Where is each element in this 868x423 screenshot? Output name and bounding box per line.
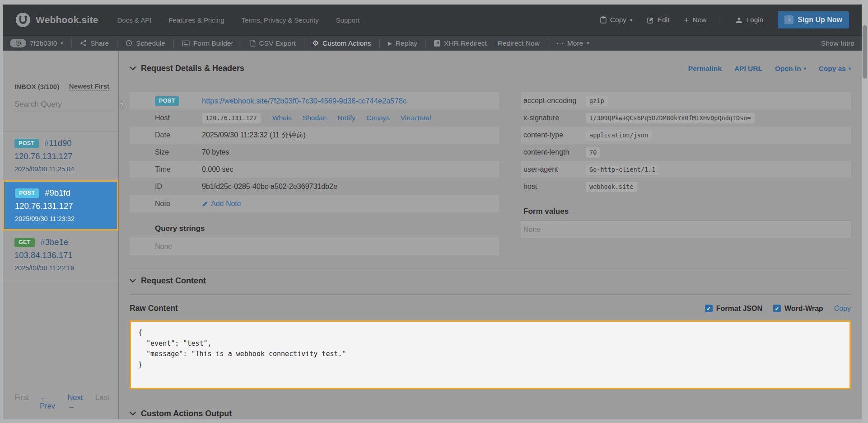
id-label: ID bbox=[155, 183, 202, 191]
nav-docs-api[interactable]: Docs & API bbox=[117, 16, 152, 24]
login-button[interactable]: Login bbox=[736, 16, 763, 24]
whois-link[interactable]: Whois bbox=[272, 114, 292, 122]
header-name: x-signature bbox=[523, 114, 581, 122]
permalink-link[interactable]: Permalink bbox=[688, 65, 722, 73]
request-ip: 120.76.131.127 bbox=[14, 151, 110, 161]
form-builder-icon bbox=[182, 40, 190, 47]
sort-order-toggle[interactable]: Newest First bbox=[69, 82, 109, 91]
copy-dropdown[interactable]: Copy ▾ bbox=[600, 16, 633, 24]
request-headers-table: accept-encoding gzip x-signature I/309QP… bbox=[521, 92, 851, 268]
share-button[interactable]: Share bbox=[80, 39, 109, 47]
navbar-actions: Copy ▾ Edit + New Login ↑ Sign Up Now bbox=[600, 11, 849, 28]
pagination-last[interactable]: Last bbox=[95, 393, 109, 410]
pagination-next[interactable]: Next → bbox=[67, 393, 84, 410]
replay-button[interactable]: ▶ Replay bbox=[388, 39, 417, 47]
pagination-first[interactable]: First bbox=[14, 393, 29, 410]
format-json-checkbox[interactable]: ✓ Format JSON bbox=[705, 305, 762, 313]
virustotal-link[interactable]: VirusTotal bbox=[401, 114, 431, 122]
clipboard-icon bbox=[600, 16, 607, 24]
nav-features-pricing[interactable]: Features & Pricing bbox=[168, 16, 224, 24]
chevron-down-icon[interactable] bbox=[130, 279, 136, 283]
request-ip: 103.84.136.171 bbox=[14, 250, 110, 260]
page-scrollbar[interactable] bbox=[862, 0, 868, 423]
caret-down-icon: ▾ bbox=[849, 66, 851, 71]
method-badge: GET bbox=[14, 238, 35, 247]
pencil-icon bbox=[202, 201, 208, 207]
actions-section-header: Custom Actions Output bbox=[130, 401, 851, 419]
clock-icon bbox=[126, 40, 132, 47]
request-list-item-selected[interactable]: POST #9b1fd 120.76.131.127 2025/09/30 11… bbox=[3, 180, 118, 230]
detail-columns: POST https://webhook.site/7f2b03f0-7c30-… bbox=[130, 92, 851, 268]
nav-terms-privacy-security[interactable]: Terms, Privacy & Security bbox=[242, 16, 319, 24]
request-list-item[interactable]: POST #11d90 120.76.131.127 2025/09/30 11… bbox=[3, 131, 118, 180]
details-section-header: Request Details & Headers Permalink API … bbox=[130, 56, 851, 82]
xhr-redirect-button[interactable]: XHR Redirect bbox=[434, 39, 487, 47]
id-value: 9b1fd25c-0285-40bc-a502-2e369731db2e bbox=[202, 183, 337, 191]
redirect-now-button[interactable]: Redirect Now bbox=[498, 39, 540, 47]
censys-link[interactable]: Censys bbox=[366, 114, 390, 122]
redirect-now-label: Redirect Now bbox=[498, 39, 540, 47]
request-timestamp: 2025/09/30 11:25:04 bbox=[14, 165, 110, 173]
raw-content-title: Raw Content bbox=[130, 304, 178, 313]
share-icon bbox=[80, 40, 87, 47]
custom-actions-button[interactable]: ⚙ Custom Actions bbox=[313, 39, 371, 47]
raw-content-json[interactable]: { "event": "test", "message": "This is a… bbox=[130, 320, 851, 389]
netify-link[interactable]: Netify bbox=[337, 114, 355, 122]
csv-export-button[interactable]: CSV Export bbox=[250, 39, 296, 47]
method-badge: POST bbox=[155, 96, 179, 106]
header-value: webhook.site bbox=[586, 182, 637, 192]
word-wrap-checkbox[interactable]: ✓ Word-Wrap bbox=[773, 305, 823, 313]
nav-support[interactable]: Support bbox=[336, 16, 360, 24]
form-builder-label: Form Builder bbox=[193, 39, 233, 47]
query-strings-title: Query strings bbox=[130, 224, 499, 238]
header-row: content-length 70 bbox=[521, 144, 851, 161]
more-dropdown[interactable]: ⋯ More ▾ bbox=[556, 39, 589, 47]
header-row: user-agent Go-http-client/1.1 bbox=[521, 161, 851, 178]
search-input[interactable] bbox=[14, 98, 114, 112]
copy-as-dropdown[interactable]: Copy as▾ bbox=[819, 65, 851, 73]
request-id: #3be1e bbox=[40, 237, 68, 247]
checkbox-checked-icon: ✓ bbox=[705, 305, 713, 312]
host-lookup-links: Whois Shodan Netify Censys VirusTotal bbox=[272, 114, 431, 122]
note-row: Note Add Note bbox=[130, 195, 499, 212]
toolbar-divider bbox=[173, 39, 174, 48]
play-icon: ▶ bbox=[388, 41, 392, 46]
search-row: ? bbox=[14, 98, 110, 112]
toolbar-divider bbox=[379, 39, 380, 48]
header-value: Go-http-client/1.1 bbox=[586, 164, 659, 175]
toolbar-divider bbox=[548, 39, 548, 48]
request-list: POST #11d90 120.76.131.127 2025/09/30 11… bbox=[3, 131, 118, 387]
token-dropdown[interactable]: 7f2b03f0 ▾ bbox=[10, 39, 63, 47]
add-note-link[interactable]: Add Note bbox=[202, 200, 241, 208]
chevron-down-icon[interactable] bbox=[130, 66, 136, 70]
webhook-logo-icon bbox=[15, 12, 31, 28]
form-values-title: Form values bbox=[521, 207, 851, 221]
size-label: Size bbox=[155, 148, 202, 156]
sign-up-button[interactable]: ↑ Sign Up Now bbox=[778, 11, 849, 28]
edit-button[interactable]: Edit bbox=[647, 16, 670, 24]
request-details-table: POST https://webhook.site/7f2b03f0-7c30-… bbox=[130, 92, 499, 268]
token-clock-icon bbox=[10, 39, 26, 47]
header-value: gzip bbox=[586, 96, 608, 106]
form-builder-button[interactable]: Form Builder bbox=[182, 39, 233, 47]
sign-up-label: Sign Up Now bbox=[798, 16, 842, 24]
host-label: Host bbox=[155, 114, 202, 122]
date-row: Date 2025/09/30 11:23:32 (11 分钟前) bbox=[130, 127, 499, 144]
brand-home-link[interactable]: Webhook.site bbox=[15, 12, 98, 28]
pagination-prev[interactable]: ← Prev bbox=[40, 393, 56, 410]
request-list-item[interactable]: GET #3be1e 103.84.136.171 2025/09/30 11:… bbox=[3, 230, 118, 279]
request-url-link[interactable]: https://webhook.site/7f2b03f0-7c30-4569-… bbox=[202, 97, 406, 105]
show-intro-link[interactable]: Show Intro bbox=[821, 39, 854, 47]
open-in-dropdown[interactable]: Open in▾ bbox=[775, 65, 806, 73]
toolbar-divider bbox=[304, 39, 304, 48]
api-url-link[interactable]: API URL bbox=[734, 65, 762, 73]
new-url-button[interactable]: + New bbox=[684, 16, 706, 24]
shodan-link[interactable]: Shodan bbox=[303, 114, 327, 122]
scrollbar-thumb[interactable] bbox=[863, 25, 867, 79]
copy-raw-content-link[interactable]: Copy bbox=[834, 305, 851, 313]
chevron-down-icon[interactable] bbox=[130, 412, 136, 416]
schedule-button[interactable]: Schedule bbox=[126, 39, 165, 47]
query-strings-none: None bbox=[155, 243, 172, 251]
brand-title: Webhook.site bbox=[36, 14, 98, 25]
header-row: x-signature I/309QPkw+QCs6Pq5DZDM80kYx0f… bbox=[521, 109, 851, 127]
